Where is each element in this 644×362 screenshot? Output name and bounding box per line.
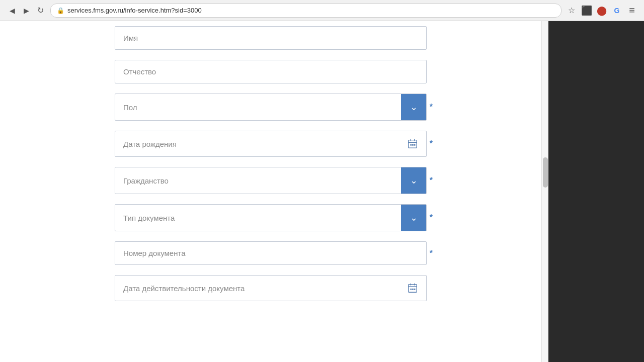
pol-dropdown-button[interactable]: ⌄ [401, 94, 426, 120]
nav-buttons: ◀ ▶ ↻ [6, 5, 46, 17]
form-container: Пол ⌄ * Дата рождения [105, 31, 437, 301]
grazhdanstvo-dropdown-button[interactable]: ⌄ [401, 167, 426, 194]
scrollbar-track[interactable] [541, 21, 548, 362]
field-nomer-dokumenta: * [115, 241, 427, 265]
pol-select[interactable]: Пол ⌄ [115, 94, 427, 121]
tip-dokumenta-select[interactable]: Тип документа ⌄ [115, 204, 427, 231]
imya-input[interactable] [115, 26, 427, 50]
extension-button1[interactable]: ⬛ [581, 5, 593, 17]
field-pol: Пол ⌄ * [115, 94, 427, 121]
required-marker-date: * [430, 139, 433, 148]
svg-rect-4 [410, 144, 412, 146]
star-button[interactable]: ☆ [566, 5, 578, 17]
tip-dokumenta-dropdown-button[interactable]: ⌄ [401, 205, 426, 231]
browser-toolbar: ◀ ▶ ↻ 🔒 services.fms.gov.ru/info-service… [0, 0, 644, 21]
field-imya [115, 31, 427, 50]
browser-actions: ☆ ⬛ ⬤ G ≡ [566, 5, 638, 17]
calendar-icon-2 [407, 283, 418, 294]
nomer-dokumenta-input[interactable] [115, 241, 427, 265]
menu-button[interactable]: ≡ [626, 5, 638, 17]
chevron-down-icon-2: ⌄ [410, 176, 418, 185]
calendar-button[interactable] [399, 131, 426, 156]
field-tip-dokumenta: Тип документа ⌄ * [115, 204, 427, 231]
google-button[interactable]: G [611, 5, 623, 17]
field-data-rozhdeniya: Дата рождения * [115, 131, 427, 157]
lock-icon: 🔒 [57, 7, 64, 14]
chevron-down-icon: ⌄ [410, 103, 418, 112]
browser-content: Пол ⌄ * Дата рождения [0, 21, 644, 362]
required-marker-tip: * [430, 213, 433, 222]
required-marker-nomer: * [430, 249, 433, 258]
data-deystvitelnosti-label: Дата действительности документа [115, 277, 399, 300]
required-marker-grazhdanstvo: * [430, 176, 433, 185]
address-bar[interactable]: 🔒 services.fms.gov.ru/info-service.htm?s… [50, 4, 561, 18]
right-panel [548, 21, 644, 362]
svg-rect-11 [410, 289, 412, 290]
back-button[interactable]: ◀ [6, 5, 18, 17]
page-area: Пол ⌄ * Дата рождения [0, 21, 541, 362]
svg-rect-7 [409, 285, 417, 293]
data-deystvitelnosti-input[interactable]: Дата действительности документа [115, 275, 427, 301]
field-data-deystvitelnosti: Дата действительности документа [115, 275, 427, 301]
calendar-button-2[interactable] [399, 276, 426, 301]
svg-rect-13 [414, 289, 416, 290]
svg-rect-12 [412, 289, 414, 290]
tip-dokumenta-label: Тип документа [115, 207, 401, 229]
field-otchestvo [115, 60, 427, 83]
data-rozhdeniya-label: Дата рождения [115, 133, 399, 155]
grazhdanstvo-select[interactable]: Гражданство ⌄ [115, 167, 427, 194]
chevron-down-icon-3: ⌄ [410, 213, 418, 222]
reload-button[interactable]: ↻ [34, 5, 46, 17]
forward-button[interactable]: ▶ [20, 5, 32, 17]
url-text: services.fms.gov.ru/info-service.htm?sid… [67, 7, 555, 14]
pol-label: Пол [115, 96, 401, 119]
required-marker: * [430, 103, 433, 112]
opera-button[interactable]: ⬤ [596, 5, 608, 17]
svg-rect-0 [409, 140, 417, 148]
scrollbar-thumb[interactable] [543, 157, 548, 188]
data-rozhdeniya-input[interactable]: Дата рождения [115, 131, 427, 157]
field-grazhdanstvo: Гражданство ⌄ * [115, 167, 427, 194]
otchestvo-input[interactable] [115, 60, 427, 83]
svg-rect-6 [414, 144, 416, 146]
svg-rect-5 [412, 144, 414, 146]
calendar-icon [407, 138, 418, 149]
grazhdanstvo-label: Гражданство [115, 169, 401, 192]
